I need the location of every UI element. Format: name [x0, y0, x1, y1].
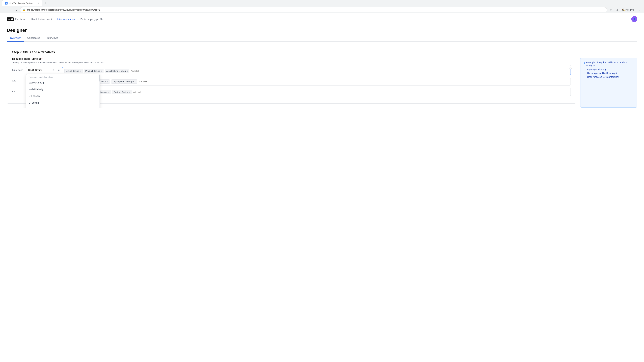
alternatives-box-0[interactable]: Visual design × Product design × Archite…	[62, 67, 571, 75]
lock-icon: 🔒	[23, 8, 26, 11]
incognito-indicator: 🕵 Incognito	[620, 8, 636, 12]
skill-tag-label: Digital product design	[113, 80, 134, 83]
logo-badge: arc()	[7, 17, 14, 21]
back-button[interactable]: ←	[2, 7, 7, 12]
skill-tag-visual-design: Visual design ×	[64, 69, 82, 73]
or-label-0: or	[58, 67, 60, 71]
dropdown-item-1[interactable]: Web UI design	[26, 86, 100, 93]
skill-tag-arch-design: Architectural Design ×	[105, 69, 130, 73]
skill-tag-remove-arch[interactable]: ×	[126, 70, 128, 72]
address-bar[interactable]: 🔒 arc.dev/dashboard/requests/kdyp4k9q28/…	[20, 7, 607, 12]
tab-bar: A Hire Top Remote Software Dev... × +	[0, 0, 644, 6]
skill-row-label-1: and	[12, 78, 24, 82]
skill-input-text-0: UX/UI Design	[28, 69, 52, 71]
skill-tag-product-design: Product design ×	[84, 69, 104, 73]
step-section-wrapper: Step 2: Skills and alternatives Required…	[7, 45, 576, 108]
skill-tag-remove-product[interactable]: ×	[100, 70, 102, 72]
url-text: arc.dev/dashboard/requests/kdyp4k9q28/ov…	[27, 8, 604, 11]
address-bar-row: ← → ↺ 🔒 arc.dev/dashboard/requests/kdyp4…	[0, 6, 644, 13]
page-title: Designer	[7, 25, 637, 34]
incognito-icon: 🕵	[622, 8, 625, 11]
skill-tag-label: System Design	[114, 91, 128, 93]
dropdown-section-label: Recommended alternatives	[26, 74, 100, 79]
new-tab-button[interactable]: +	[43, 1, 48, 5]
required-skills-label: Required skills (up to 5) *	[12, 57, 571, 60]
main-nav: Hire full-time talent Hire freelancers E…	[31, 18, 626, 21]
browser-chrome: A Hire Top Remote Software Dev... × + ← …	[0, 0, 644, 13]
skill-tag-digital-product: Digital product design ×	[111, 79, 137, 84]
required-skills-desc: To help us match you with suitable candi…	[12, 61, 571, 64]
skill-tag-remove-system[interactable]: ×	[129, 91, 130, 93]
app-header: arc() Freelance Hire full-time talent Hi…	[0, 13, 644, 25]
tab-overview[interactable]: Overview	[7, 34, 24, 41]
forward-button[interactable]: →	[8, 7, 13, 12]
dropdown-item-4[interactable]: ...	[26, 106, 100, 108]
add-skill-input-0[interactable]	[131, 70, 159, 72]
page-content: Designer Overview Candidates Interviews …	[0, 25, 644, 108]
skill-tag-label: Architectural Design	[106, 70, 126, 72]
nav-hire-freelancers[interactable]: Hire freelancers	[57, 18, 75, 21]
nav-hire-fulltime[interactable]: Hire full-time talent	[31, 18, 52, 21]
info-list-item-0: Figma (or Sketch)	[587, 68, 634, 71]
skill-dropdown-0[interactable]: Recommended alternatives Web UX design W…	[26, 74, 100, 108]
user-avatar[interactable]: 👤	[631, 16, 637, 22]
scrollbar-thumb[interactable]	[98, 75, 100, 82]
dropdown-item-3[interactable]: UI design	[26, 99, 100, 106]
step-section: Step 2: Skills and alternatives Required…	[7, 45, 576, 104]
skill-input-0[interactable]: UX/UI Design ×	[26, 67, 56, 73]
skill-tag-remove-digital[interactable]: ×	[134, 80, 136, 83]
user-initials: 👤	[633, 18, 636, 20]
skill-row-label-0: Must have	[12, 67, 24, 71]
step-title: Step 2: Skills and alternatives	[12, 50, 571, 54]
scrollbar-track	[98, 74, 100, 108]
info-panel: ℹ Example of required skills for a produ…	[580, 58, 637, 108]
browser-tab[interactable]: A Hire Top Remote Software Dev... ×	[2, 0, 42, 6]
logo-subtitle: Freelance	[15, 18, 26, 20]
info-icon: ℹ	[584, 61, 585, 64]
skill-tag-system-design: System Design ×	[112, 90, 132, 94]
info-list-item-1: UX design (or UX/UI design)	[587, 72, 634, 75]
tab-favicon: A	[5, 2, 8, 4]
skill-row-0: Must have UX/UI Design × Recommended alt…	[12, 67, 571, 75]
required-star: *	[41, 57, 42, 60]
menu-button[interactable]: ⋮	[637, 7, 642, 12]
skill-tag-remove-platform[interactable]: ×	[107, 80, 108, 83]
tab-interviews[interactable]: Interviews	[43, 34, 62, 41]
reload-button[interactable]: ↺	[14, 7, 19, 12]
info-list-item-2: User research (or user testing)	[587, 76, 634, 78]
skill-tag-label: Product design	[85, 70, 100, 72]
info-panel-title: ℹ Example of required skills for a produ…	[584, 61, 634, 66]
incognito-label: Incognito	[626, 8, 634, 11]
dropdown-item-0[interactable]: Web UX design	[26, 79, 100, 86]
skill-tag-label: Visual design	[66, 70, 79, 72]
tab-candidates[interactable]: Candidates	[24, 34, 44, 41]
nav-edit-company[interactable]: Edit company profile	[80, 18, 103, 21]
main-layout: Step 2: Skills and alternatives Required…	[7, 45, 637, 108]
skill-remove-0[interactable]: ×	[52, 68, 54, 71]
skill-tag-remove-visual[interactable]: ×	[80, 70, 81, 72]
tab-close-button[interactable]: ×	[37, 1, 40, 5]
extensions-button[interactable]: ⊞	[614, 7, 619, 12]
bookmark-button[interactable]: ☆	[608, 7, 613, 12]
skill-row-label-2: and	[12, 88, 24, 92]
page-tabs: Overview Candidates Interviews	[7, 34, 637, 41]
alternatives-box-close-0[interactable]: ×	[569, 65, 572, 69]
skill-tag-remove-design-arch[interactable]: ×	[108, 91, 109, 93]
alternatives-box-1[interactable]: Responsive Design × Platform design × Di…	[62, 78, 571, 85]
info-panel-title-text: Example of required skills for a product…	[586, 61, 634, 66]
info-list: Figma (or Sketch) UX design (or UX/UI de…	[584, 68, 634, 78]
add-skill-input-2[interactable]	[133, 91, 162, 93]
dropdown-item-2[interactable]: UX design	[26, 93, 100, 99]
logo[interactable]: arc() Freelance	[7, 17, 26, 21]
tab-title: Hire Top Remote Software Dev...	[9, 2, 36, 4]
alternatives-box-2[interactable]: Software Design × Design Architecture × …	[62, 88, 571, 96]
add-skill-input-1[interactable]	[138, 80, 167, 83]
skill-input-wrapper-0: UX/UI Design × Recommended alternatives …	[26, 67, 56, 73]
